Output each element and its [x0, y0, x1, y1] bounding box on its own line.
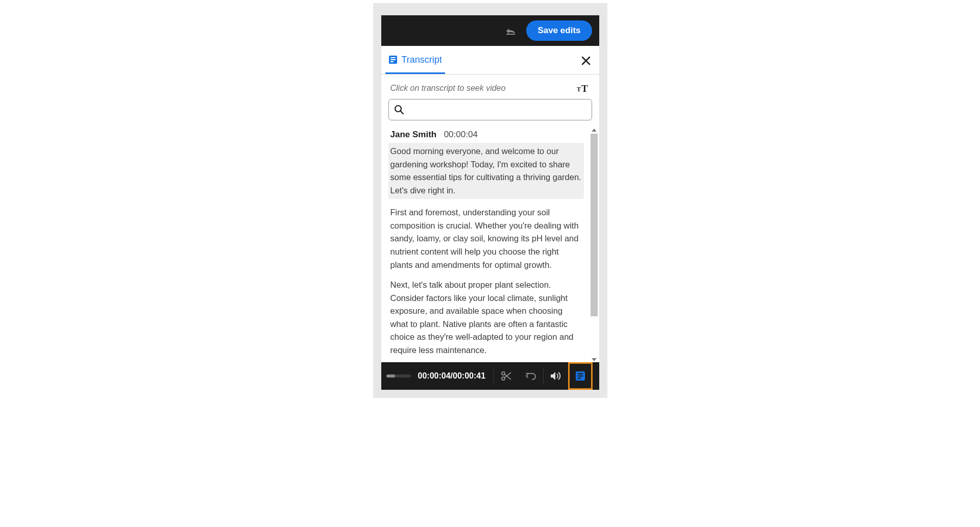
- transcript-scroll-area: Jane Smith 00:00:04 Good morning everyon…: [381, 128, 599, 362]
- transcript-paragraph[interactable]: Next, let's talk about proper plant sele…: [390, 279, 582, 357]
- svg-text:T: T: [577, 86, 581, 93]
- undo-icon: [525, 370, 536, 382]
- svg-line-8: [401, 111, 403, 114]
- scroll-down-icon[interactable]: [592, 358, 597, 361]
- video-control-bar: 00:00:04/00:00:41: [381, 362, 599, 390]
- cut-button[interactable]: [494, 362, 519, 390]
- search-wrap: [381, 99, 599, 128]
- undo-icon: [505, 26, 517, 35]
- svg-text:T: T: [581, 84, 588, 93]
- transcript-icon: [575, 371, 585, 381]
- panel-backdrop: Save edits Transcript Click on transcrip…: [373, 3, 607, 398]
- svg-rect-14: [577, 373, 583, 374]
- scrollbar-thumb[interactable]: [591, 134, 598, 316]
- svg-rect-15: [577, 375, 583, 377]
- time-display: 00:00:04/00:00:41: [418, 371, 486, 381]
- scroll-up-icon[interactable]: [592, 129, 597, 132]
- svg-rect-4: [390, 61, 394, 62]
- transcript-panel: Save edits Transcript Click on transcrip…: [381, 15, 599, 390]
- volume-icon: [550, 370, 562, 382]
- scrollbar-track[interactable]: [591, 134, 598, 356]
- total-time: 00:00:41: [453, 371, 485, 380]
- scrollbar[interactable]: [590, 129, 598, 361]
- text-size-icon: T T: [577, 84, 590, 93]
- close-icon: [581, 56, 591, 65]
- transcript-paragraph[interactable]: Good morning everyone, and welcome to ou…: [388, 143, 584, 199]
- hint-row: Click on transcript to seek video T T: [381, 74, 599, 99]
- save-edits-button[interactable]: Save edits: [526, 20, 592, 41]
- svg-point-7: [395, 106, 401, 112]
- close-panel-button[interactable]: [580, 55, 592, 67]
- tab-transcript[interactable]: Transcript: [385, 47, 445, 74]
- undo-control-button[interactable]: [519, 362, 543, 390]
- transcript-paragraph[interactable]: First and foremost, understanding your s…: [390, 206, 582, 271]
- search-input[interactable]: [408, 105, 586, 114]
- current-time: 00:00:04: [418, 371, 451, 380]
- undo-button[interactable]: [504, 23, 518, 38]
- scissors-icon: [501, 370, 512, 382]
- transcript-content: Jane Smith 00:00:04 Good morning everyon…: [390, 130, 595, 357]
- svg-rect-16: [577, 378, 581, 379]
- progress-fill: [386, 374, 395, 378]
- svg-rect-0: [506, 34, 515, 35]
- tab-bar: Transcript: [381, 47, 599, 74]
- volume-button[interactable]: [544, 362, 568, 390]
- transcript-icon: [388, 55, 398, 64]
- top-toolbar: Save edits: [381, 15, 599, 46]
- progress-track[interactable]: [386, 374, 411, 378]
- svg-rect-2: [390, 57, 396, 58]
- segment-timestamp: 00:00:04: [444, 130, 478, 139]
- speaker-line: Jane Smith 00:00:04: [390, 130, 582, 140]
- search-field[interactable]: [388, 99, 592, 120]
- search-icon: [394, 105, 404, 115]
- hint-text: Click on transcript to seek video: [390, 84, 506, 93]
- text-size-button[interactable]: T T: [577, 84, 590, 93]
- transcript-toggle-button[interactable]: [568, 362, 593, 390]
- speaker-name: Jane Smith: [390, 130, 437, 139]
- tab-label: Transcript: [402, 55, 442, 65]
- svg-rect-3: [390, 59, 396, 60]
